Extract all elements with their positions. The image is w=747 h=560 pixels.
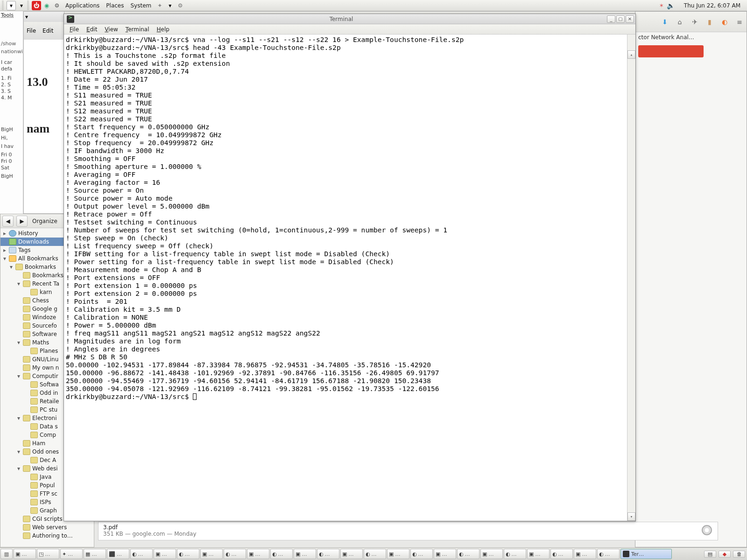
panel-handle[interactable] <box>27 1 29 10</box>
expand-icon[interactable]: ▾ <box>16 339 21 346</box>
menu-help[interactable]: Help <box>153 26 173 33</box>
subscribe-button[interactable] <box>638 45 704 57</box>
taskbar-item[interactable]: ◐… <box>597 549 620 559</box>
folder-icon <box>9 255 16 262</box>
download-item[interactable]: 3.pdf 351 KB — google.com — Monday <box>98 522 718 540</box>
taskbar-item[interactable]: ▣… <box>14 549 36 559</box>
menu-places[interactable]: Places <box>103 2 127 9</box>
applet-icon[interactable]: ▾ <box>165 1 175 10</box>
organize-button[interactable]: Organize <box>30 218 59 224</box>
show-desktop-button[interactable]: ▥ <box>0 549 13 559</box>
update-icon[interactable]: ✶ <box>657 1 666 10</box>
clock[interactable]: Thu Jun 22, 6:07 AM <box>679 2 745 9</box>
taskbar-item[interactable]: ⬛… <box>107 549 129 559</box>
expand-icon[interactable]: ▾ <box>16 373 21 379</box>
window-list-icon[interactable]: ▾ <box>7 1 16 10</box>
taskbar-item[interactable]: ▣… <box>434 549 456 559</box>
app-icon: ▣ <box>529 551 534 557</box>
tree-item[interactable]: Web servers <box>0 523 94 532</box>
menu-view[interactable]: View <box>101 26 121 33</box>
close-button[interactable]: ✕ <box>626 15 634 23</box>
download-icon[interactable]: ⬇ <box>660 17 670 27</box>
taskbar-item[interactable]: ▣… <box>480 549 503 559</box>
menu-terminal[interactable]: Terminal <box>122 26 153 33</box>
tree-item-label: Popul <box>40 482 55 489</box>
taskbar-item[interactable]: ◐… <box>410 549 433 559</box>
folder-icon <box>23 314 30 321</box>
window-list-icon[interactable]: ▾ <box>17 1 26 10</box>
taskbar-item[interactable]: ◐… <box>457 549 479 559</box>
taskbar-item[interactable]: ◐… <box>130 549 153 559</box>
menu-file[interactable]: File <box>66 26 83 33</box>
firefox-icon[interactable]: ◐ <box>719 17 730 27</box>
maximize-button[interactable]: ▢ <box>616 15 625 23</box>
applet-icon[interactable]: ✦ <box>155 1 164 10</box>
expand-icon[interactable]: ▸ <box>2 247 7 253</box>
menu-edit[interactable]: Edit <box>42 28 53 34</box>
taskbar-item[interactable]: ◐… <box>317 549 339 559</box>
applet-icon[interactable]: ⚙ <box>52 1 62 10</box>
applet-icon[interactable]: ◉ <box>42 1 51 10</box>
app-icon: ◐ <box>506 551 510 557</box>
back-button[interactable]: ◀ <box>2 216 14 227</box>
expand-icon[interactable]: ▾ <box>9 264 14 270</box>
taskbar-item[interactable]: ▣… <box>200 549 223 559</box>
menu-file[interactable]: File <box>27 28 36 34</box>
app-icon: ◐ <box>132 551 137 557</box>
scrollbar[interactable]: ▴ ▾ <box>627 35 635 521</box>
expand-icon[interactable]: ▾ <box>16 280 21 287</box>
taskbar-item[interactable]: ◐… <box>177 549 199 559</box>
taskbar-item[interactable]: ▦… <box>84 549 106 559</box>
terminal-output[interactable]: drkirkby@buzzard:~/VNA-13/src$ vna --log… <box>64 35 635 521</box>
taskbar-item[interactable]: ▣… <box>527 549 550 559</box>
taskbar-item[interactable]: ▣… <box>340 549 363 559</box>
taskbar-item[interactable]: ▣… <box>154 549 176 559</box>
menu-edit[interactable]: Edit <box>83 26 101 33</box>
menu-tools[interactable]: Tools <box>1 12 22 18</box>
taskbar-item[interactable]: ▣… <box>387 549 409 559</box>
expand-icon[interactable]: ▾ <box>16 415 21 421</box>
tree-item-label: Computir <box>32 373 58 379</box>
tree-item-label: Data s <box>40 423 58 430</box>
forward-button[interactable]: ▶ <box>16 216 28 227</box>
taskbar-item[interactable]: ◐… <box>550 549 573 559</box>
shutdown-icon[interactable]: ⏻ <box>32 1 41 10</box>
menu-applications[interactable]: Applications <box>63 2 102 9</box>
taskbar-item[interactable]: ✦… <box>60 549 83 559</box>
minimize-button[interactable]: _ <box>607 15 615 23</box>
tree-item[interactable]: Authoring to… <box>0 532 94 540</box>
expand-icon[interactable]: ▾ <box>2 255 7 262</box>
home-icon[interactable]: ⌂ <box>675 17 685 27</box>
folder-icon <box>23 373 30 379</box>
expand-icon[interactable]: ▾ <box>16 448 21 455</box>
menu-system[interactable]: System <box>127 2 154 9</box>
taskbar-item[interactable]: ▣… <box>247 549 269 559</box>
send-icon[interactable]: ✈ <box>690 17 700 27</box>
folder-icon[interactable]: ▮ <box>705 17 715 27</box>
app-icon: ▣ <box>249 551 254 557</box>
taskbar-item[interactable]: ▣… <box>574 549 596 559</box>
panel-handle[interactable] <box>2 1 4 10</box>
menu-icon[interactable]: ≡ <box>734 17 745 27</box>
expand-icon[interactable]: ▸ <box>2 230 7 237</box>
trash-icon[interactable]: 🗑 <box>733 551 745 558</box>
volume-icon[interactable]: 🔈 <box>666 1 676 10</box>
taskbar-label: … <box>232 551 237 557</box>
taskbar-item[interactable]: ◳… <box>37 549 59 559</box>
taskbar-item[interactable]: ◐… <box>504 549 526 559</box>
applet-icon[interactable]: ⚙ <box>176 1 185 10</box>
terminal-titlebar[interactable]: Terminal _ ▢ ✕ <box>64 14 635 24</box>
scroll-down-button[interactable]: ▾ <box>627 512 635 521</box>
taskbar-label: … <box>92 551 97 557</box>
taskbar-item[interactable]: ◐… <box>364 549 386 559</box>
tab-title[interactable]: ctor Network Anal… <box>635 32 747 42</box>
taskbar-item[interactable]: ◐… <box>270 549 293 559</box>
taskbar-item[interactable]: ◐… <box>224 549 246 559</box>
terminal-menubar[interactable]: File Edit View Terminal Help <box>64 24 635 35</box>
tray-icon[interactable]: ◆ <box>719 551 731 558</box>
taskbar-item-terminal[interactable]: Ter… <box>620 549 672 559</box>
taskbar-item[interactable]: ▣… <box>294 549 316 559</box>
tray-icon[interactable]: ▤ <box>704 551 716 558</box>
taskbar-label: … <box>605 551 610 557</box>
expand-icon[interactable]: ▾ <box>16 465 21 472</box>
